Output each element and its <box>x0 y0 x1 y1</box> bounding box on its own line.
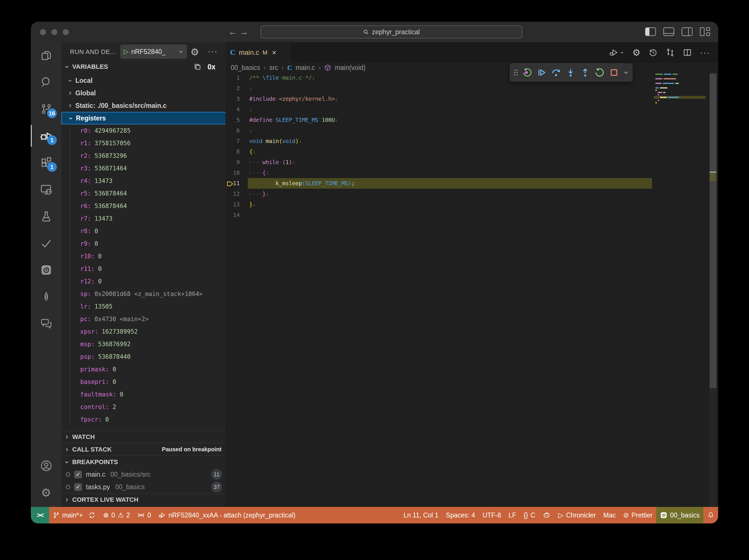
account-icon[interactable] <box>31 453 61 479</box>
breadcrumb-file[interactable]: main.c <box>296 64 315 72</box>
toggle-panel-icon[interactable] <box>663 27 674 36</box>
split-editor-icon[interactable] <box>683 48 692 57</box>
register-row[interactable]: psp:536878440 <box>61 350 226 363</box>
code-line[interactable]: 1/**·\file·main.c·*/↓ <box>226 72 718 83</box>
run-and-debug-icon[interactable]: 1 <box>31 123 61 149</box>
register-row[interactable]: r8:0 <box>61 225 226 237</box>
scope-local[interactable]: Local <box>61 74 226 87</box>
debug-settings-gear-icon[interactable]: ⚙ <box>190 46 199 58</box>
scope-static[interactable]: Static: ./00_basics/src/main.c <box>61 99 226 112</box>
tab-main-c[interactable]: C main.c M × <box>226 42 291 63</box>
toolbar-drag-handle[interactable] <box>514 69 517 76</box>
register-row[interactable]: r4:13473 <box>61 175 226 187</box>
breakpoint-checkbox[interactable]: ✓ <box>74 471 82 478</box>
code-line[interactable]: 11········k_msleep(SLEEP_TIME_MS);↓ <box>226 178 718 189</box>
reset-icon[interactable] <box>522 66 533 79</box>
breadcrumb-symbol[interactable]: main(void) <box>335 64 365 72</box>
register-row[interactable]: pc:0x4730 <main+2> <box>61 313 226 325</box>
scrollbar[interactable] <box>710 72 716 507</box>
search-view-icon[interactable] <box>31 69 61 95</box>
run-or-debug-icon[interactable] <box>609 48 624 57</box>
register-row[interactable]: primask:0 <box>61 363 226 375</box>
back-icon[interactable]: ← <box>228 26 237 38</box>
compare-changes-icon[interactable] <box>666 48 675 57</box>
indentation-item[interactable]: Spaces: 4 <box>442 507 479 523</box>
editor-settings-gear-icon[interactable]: ⚙ <box>632 47 641 58</box>
explorer-icon[interactable] <box>31 42 61 68</box>
step-over-icon[interactable] <box>551 66 561 79</box>
variables-section-header[interactable]: VARIABLES 0x <box>61 61 226 73</box>
register-row[interactable]: lr:13505 <box>61 300 226 313</box>
continue-icon[interactable] <box>537 66 547 79</box>
scrollbar-thumb[interactable] <box>710 73 716 388</box>
register-row[interactable]: r9:0 <box>61 237 226 250</box>
stop-icon[interactable] <box>608 66 619 79</box>
register-row[interactable]: r11:0 <box>61 263 226 275</box>
breakpoint-checkbox[interactable]: ✓ <box>74 483 82 491</box>
register-row[interactable]: r5:536878464 <box>61 187 226 200</box>
hex-format-toggle[interactable]: 0x <box>208 63 215 71</box>
sync-icon[interactable] <box>88 512 95 519</box>
remote-indicator[interactable]: >< <box>31 507 49 523</box>
copy-value-icon[interactable] <box>193 63 202 71</box>
watch-section-header[interactable]: WATCH <box>61 430 226 443</box>
editor-more-icon[interactable]: ··· <box>700 48 710 57</box>
register-row[interactable]: xpsr:1627389952 <box>61 325 226 338</box>
toggle-secondary-sidebar-icon[interactable] <box>682 27 692 36</box>
register-row[interactable]: faultmask:0 <box>61 388 226 401</box>
step-into-icon[interactable] <box>565 66 576 79</box>
register-row[interactable]: r2:536873296 <box>61 150 226 162</box>
customize-layout-icon[interactable] <box>700 27 711 36</box>
register-row[interactable]: r10:0 <box>61 250 226 263</box>
minimize-window-button[interactable] <box>51 29 57 35</box>
views-more-icon[interactable]: ··· <box>208 46 218 56</box>
chronicler-item[interactable]: ▷ Chronicler <box>554 507 599 523</box>
close-tab-icon[interactable]: × <box>272 48 276 57</box>
register-row[interactable]: r1:3758157056 <box>61 137 226 150</box>
cortex-live-watch-header[interactable]: CORTEX LIVE WATCH <box>61 493 226 506</box>
code-line[interactable]: 13}↓ <box>226 199 718 210</box>
code-line[interactable]: 14 <box>226 210 718 220</box>
ports-item[interactable]: 0 <box>134 507 155 523</box>
register-row[interactable]: fpscr:0 <box>61 413 226 426</box>
copilot-item[interactable] <box>539 507 554 523</box>
register-row[interactable]: r7:13473 <box>61 212 226 225</box>
breakpoint-row-main-c[interactable]: ✓ main.c 00_basics/src 11 <box>61 468 226 481</box>
breadcrumb-folder[interactable]: src <box>270 64 278 72</box>
register-row[interactable]: control:2 <box>61 401 226 413</box>
breadcrumb[interactable]: 00_basics › src › C main.c › main(void) <box>231 63 366 72</box>
code-line[interactable]: 10····{↓ <box>226 168 718 178</box>
toolbar-chevron-down-icon[interactable] <box>623 70 629 76</box>
eol-item[interactable]: LF <box>505 507 520 523</box>
notifications-item[interactable] <box>703 507 718 523</box>
code-line[interactable]: 4↓ <box>226 104 718 115</box>
toggle-primary-sidebar-icon[interactable] <box>645 27 656 36</box>
register-row[interactable]: r6:536878464 <box>61 200 226 212</box>
register-row[interactable]: r3:536871464 <box>61 162 226 175</box>
git-branch-item[interactable]: main*+ <box>49 507 99 523</box>
active-task-item[interactable]: 00_basics <box>656 507 703 523</box>
zoom-window-button[interactable] <box>63 29 69 35</box>
code-line[interactable]: 6↓ <box>226 125 718 136</box>
code-line[interactable]: 3#include·<zephyr/kernel.h>↓ <box>226 94 718 104</box>
forward-icon[interactable]: → <box>240 26 248 38</box>
code-line[interactable]: 7void·main(void)↓ <box>226 136 718 146</box>
problems-item[interactable]: ⊗ 0 ⚠ 2 <box>99 507 134 523</box>
settings-gear-icon[interactable]: ⚙ <box>31 479 61 506</box>
breakpoint-row-tasks-py[interactable]: ✓ tasks.py 00_basics 37 <box>61 481 226 493</box>
scope-registers[interactable]: Registers <box>61 112 226 125</box>
debug-session-item[interactable]: nRF52840_xxAA - attach (zephyr_practical… <box>155 507 299 523</box>
prettier-item[interactable]: ⊘ Prettier <box>619 507 656 523</box>
minimap[interactable] <box>654 73 706 159</box>
timeline-history-icon[interactable] <box>648 48 658 57</box>
encoding-item[interactable]: UTF-8 <box>479 507 505 523</box>
command-center-search[interactable]: zephyr_practical <box>260 25 522 39</box>
code-line[interactable]: 2↓ <box>226 83 718 94</box>
breakpoints-section-header[interactable]: BREAKPOINTS <box>61 455 226 468</box>
call-stack-section-header[interactable]: CALL STACK Paused on breakpoint <box>61 443 226 455</box>
source-control-icon[interactable]: 16 <box>31 96 61 122</box>
restart-icon[interactable] <box>594 66 605 79</box>
step-out-icon[interactable] <box>580 66 590 79</box>
register-row[interactable]: r0:4294967285 <box>61 125 226 137</box>
comments-icon[interactable] <box>31 310 61 337</box>
